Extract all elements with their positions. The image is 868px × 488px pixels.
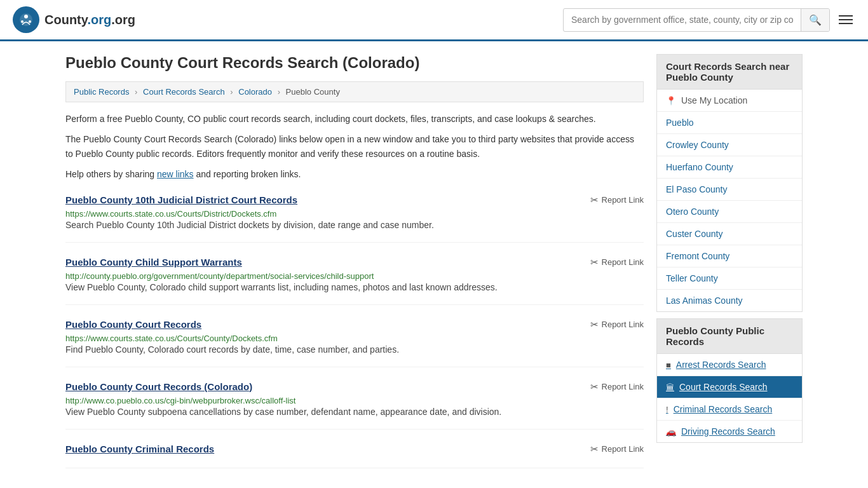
nearby-item-label-7: Fremont County	[666, 251, 729, 261]
nearby-item-0[interactable]: 📍Use My Location	[657, 90, 802, 112]
report-link-1[interactable]: ✂ Report Link	[590, 257, 644, 268]
public-records-section: Pueblo County Public Records ■Arrest Rec…	[656, 318, 803, 443]
header: County.org.org 🔍	[0, 0, 868, 41]
report-icon-4: ✂	[590, 444, 599, 455]
public-records-list: ■Arrest Records Search🏛Court Records Sea…	[656, 354, 803, 443]
public-records-header: Pueblo County Public Records	[656, 318, 803, 354]
pr-item-label-3: Driving Records Search	[681, 426, 775, 437]
report-icon-2: ✂	[590, 319, 599, 330]
page-title: Pueblo County Court Records Search (Colo…	[65, 54, 644, 72]
result-url-1[interactable]: http://county.pueblo.org/government/coun…	[65, 271, 374, 281]
result-title-2[interactable]: Pueblo County Court Records	[65, 319, 201, 330]
breadcrumb-sep-1: ›	[135, 87, 137, 97]
result-item: Pueblo County 10th Judicial District Cou…	[65, 194, 644, 243]
logo-icon	[13, 6, 39, 33]
report-link-2[interactable]: ✂ Report Link	[590, 319, 644, 330]
result-item: Pueblo County Court Records (Colorado) ✂…	[65, 381, 644, 430]
nearby-item-7[interactable]: Fremont County	[657, 245, 802, 268]
nearby-item-2[interactable]: Crowley County	[657, 134, 802, 156]
breadcrumb-public-records[interactable]: Public Records	[74, 87, 129, 97]
nearby-header: Court Records Search near Pueblo County	[656, 54, 803, 90]
logo-text: County.org.org	[44, 13, 135, 27]
svg-point-3	[21, 20, 24, 23]
pr-item-1[interactable]: 🏛Court Records Search	[657, 376, 802, 398]
svg-point-4	[29, 20, 31, 23]
logo-area: County.org.org	[13, 6, 135, 33]
breadcrumb: Public Records › Court Records Search › …	[65, 81, 644, 102]
breadcrumb-pueblo-county: Pueblo County	[286, 87, 340, 97]
pr-item-label-0: Arrest Records Search	[676, 360, 766, 370]
sharing-note-before: Help others by sharing	[65, 169, 157, 179]
result-url-3[interactable]: http://www.co.pueblo.co.us/cgi-bin/webpu…	[65, 396, 295, 405]
breadcrumb-sep-3: ›	[278, 87, 280, 97]
report-link-3[interactable]: ✂ Report Link	[590, 381, 644, 393]
result-item: Pueblo County Criminal Records ✂ Report …	[65, 444, 644, 468]
nearby-item-label-3: Huerfano County	[666, 162, 733, 172]
pr-icon-1: 🏛	[666, 383, 674, 392]
location-icon: 📍	[666, 96, 676, 105]
pr-icon-0: ■	[666, 360, 671, 370]
nearby-item-label-9: Las Animas County	[666, 295, 743, 306]
search-input[interactable]	[564, 10, 801, 30]
nearby-list: 📍Use My LocationPuebloCrowley CountyHuer…	[656, 90, 803, 312]
nearby-item-label-1: Pueblo	[666, 118, 694, 128]
result-title-3[interactable]: Pueblo County Court Records (Colorado)	[65, 381, 252, 392]
report-link-0[interactable]: ✂ Report Link	[590, 194, 644, 206]
report-icon-1: ✂	[590, 257, 599, 268]
nearby-item-3[interactable]: Huerfano County	[657, 156, 802, 179]
result-desc-3: View Pueblo County subpoena cancellation…	[65, 405, 644, 419]
pr-item-label-1: Court Records Search	[679, 382, 768, 392]
search-button[interactable]: 🔍	[801, 9, 829, 31]
nearby-item-label-2: Crowley County	[666, 140, 729, 150]
nearby-item-label-4: El Paso County	[666, 184, 728, 194]
report-link-4[interactable]: ✂ Report Link	[590, 444, 644, 455]
pr-item-0[interactable]: ■Arrest Records Search	[657, 354, 802, 376]
nearby-section: Court Records Search near Pueblo County …	[656, 54, 803, 312]
sidebar: Court Records Search near Pueblo County …	[656, 54, 803, 482]
content-area: Pueblo County Court Records Search (Colo…	[65, 54, 644, 482]
svg-point-2	[24, 15, 28, 18]
pr-icon-2: !	[666, 405, 668, 414]
nearby-item-label-5: Otero County	[666, 207, 719, 217]
breadcrumb-sep-2: ›	[230, 87, 233, 97]
result-url-2[interactable]: https://www.courts.state.co.us/Courts/Co…	[65, 334, 278, 343]
result-desc-1: View Pueblo County, Colorado child suppo…	[65, 281, 644, 294]
breadcrumb-colorado[interactable]: Colorado	[238, 87, 272, 97]
report-icon-0: ✂	[590, 194, 599, 206]
sharing-note-after: and reporting broken links.	[194, 169, 301, 179]
nearby-item-8[interactable]: Teller County	[657, 268, 802, 290]
nearby-item-label-8: Teller County	[666, 273, 718, 283]
result-item: Pueblo County Court Records ✂ Report Lin…	[65, 319, 644, 367]
nearby-item-label-6: Custer County	[666, 229, 722, 239]
nearby-item-1[interactable]: Pueblo	[657, 112, 802, 134]
description-para1: Perform a free Pueblo County, CO public …	[65, 112, 644, 126]
result-desc-0: Search Pueblo County 10th Judicial Distr…	[65, 219, 644, 232]
result-url-0[interactable]: https://www.courts.state.co.us/Courts/Di…	[65, 209, 276, 219]
header-right: 🔍	[563, 8, 855, 32]
main-container: Pueblo County Court Records Search (Colo…	[53, 41, 815, 488]
report-icon-3: ✂	[590, 381, 599, 393]
nearby-item-label-0: Use My Location	[681, 95, 747, 105]
breadcrumb-court-records[interactable]: Court Records Search	[143, 87, 225, 97]
search-bar: 🔍	[563, 8, 830, 32]
result-item: Pueblo County Child Support Warrants ✂ R…	[65, 257, 644, 305]
description-para2: The Pueblo County Court Records Search (…	[65, 132, 644, 161]
results-list: Pueblo County 10th Judicial District Cou…	[65, 194, 644, 468]
pr-item-2[interactable]: !Criminal Records Search	[657, 398, 802, 421]
nearby-item-6[interactable]: Custer County	[657, 223, 802, 245]
result-title-4[interactable]: Pueblo County Criminal Records	[65, 444, 214, 454]
pr-item-3[interactable]: 🚗Driving Records Search	[657, 421, 802, 442]
result-title-1[interactable]: Pueblo County Child Support Warrants	[65, 257, 242, 268]
nearby-item-4[interactable]: El Paso County	[657, 179, 802, 201]
new-links-link[interactable]: new links	[157, 169, 194, 179]
nearby-item-5[interactable]: Otero County	[657, 201, 802, 223]
nearby-item-9[interactable]: Las Animas County	[657, 290, 802, 311]
menu-button[interactable]	[836, 13, 855, 27]
pr-item-label-2: Criminal Records Search	[674, 404, 773, 414]
result-title-0[interactable]: Pueblo County 10th Judicial District Cou…	[65, 194, 297, 205]
sharing-note: Help others by sharing new links and rep…	[65, 167, 644, 181]
result-desc-2: Find Pueblo County, Colorado court recor…	[65, 343, 644, 356]
pr-icon-3: 🚗	[666, 427, 676, 437]
